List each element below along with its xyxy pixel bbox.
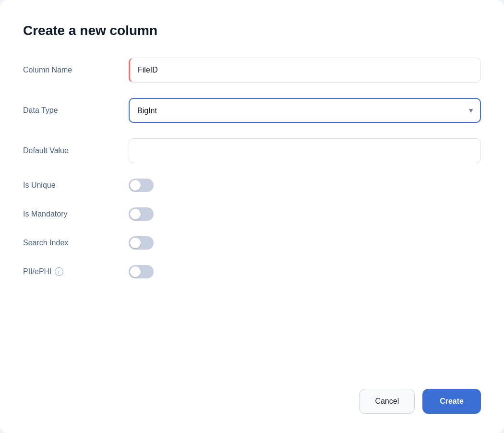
is-unique-group: Is Unique xyxy=(23,179,481,192)
create-column-modal: Create a new column Column Name Data Typ… xyxy=(0,0,504,433)
modal-title: Create a new column xyxy=(23,23,481,38)
cancel-button[interactable]: Cancel xyxy=(359,389,415,414)
is-unique-label: Is Unique xyxy=(23,181,129,190)
default-value-group: Default Value xyxy=(23,138,481,163)
default-value-label: Default Value xyxy=(23,146,129,155)
data-type-group: Data Type BigInt Int SmallInt TinyInt Bi… xyxy=(23,98,481,123)
default-value-input[interactable] xyxy=(129,138,481,163)
is-unique-toggle-knob xyxy=(130,180,141,191)
column-name-input[interactable] xyxy=(129,58,481,83)
search-index-toggle-knob xyxy=(130,238,141,248)
column-name-label: Column Name xyxy=(23,66,129,74)
is-mandatory-toggle-knob xyxy=(130,209,141,219)
is-mandatory-group: Is Mandatory xyxy=(23,207,481,221)
search-index-toggle-wrapper xyxy=(129,236,481,250)
pii-ephi-label: PII/ePHI xyxy=(23,267,52,276)
data-type-select-wrapper: BigInt Int SmallInt TinyInt Bit Decimal … xyxy=(129,98,481,123)
pii-ephi-toggle-wrapper xyxy=(129,265,481,278)
create-button[interactable]: Create xyxy=(422,389,481,414)
pii-ephi-info-icon[interactable]: i xyxy=(55,267,63,276)
data-type-label: Data Type xyxy=(23,106,129,115)
search-index-toggle[interactable] xyxy=(129,236,154,250)
is-mandatory-label: Is Mandatory xyxy=(23,210,129,218)
search-index-group: Search Index xyxy=(23,236,481,250)
form-actions: Cancel Create xyxy=(23,370,481,414)
search-index-label: Search Index xyxy=(23,239,129,247)
pii-ephi-group: PII/ePHI i xyxy=(23,265,481,278)
data-type-select[interactable]: BigInt Int SmallInt TinyInt Bit Decimal … xyxy=(129,98,481,123)
pii-ephi-label-wrapper: PII/ePHI i xyxy=(23,267,129,276)
is-mandatory-toggle[interactable] xyxy=(129,207,154,221)
pii-ephi-toggle[interactable] xyxy=(129,265,154,278)
is-unique-toggle[interactable] xyxy=(129,179,154,192)
is-mandatory-toggle-wrapper xyxy=(129,207,481,221)
is-unique-toggle-wrapper xyxy=(129,179,481,192)
column-name-group: Column Name xyxy=(23,58,481,83)
pii-ephi-toggle-knob xyxy=(130,266,141,277)
